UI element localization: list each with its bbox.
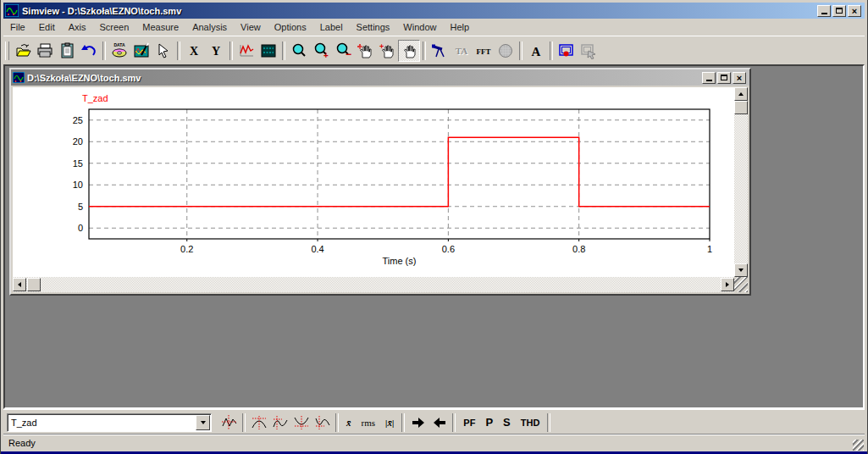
document-maximize-button[interactable]	[717, 72, 731, 84]
menu-screen[interactable]: Screen	[92, 20, 135, 34]
close-icon: ×	[852, 7, 857, 15]
toolbar-separator	[519, 42, 522, 60]
toolbar-separator	[335, 413, 339, 432]
real-power-button[interactable]: P	[480, 412, 498, 433]
menu-view[interactable]: View	[234, 20, 268, 34]
x-axis-label: X	[190, 45, 198, 58]
find-min-button[interactable]	[290, 412, 312, 433]
hand-move-icon	[357, 42, 373, 59]
find-max-button[interactable]	[248, 412, 269, 433]
screen-icon	[260, 42, 277, 59]
previous-point-button[interactable]	[428, 412, 450, 433]
vertical-scroll-thumb[interactable]	[734, 101, 748, 114]
next-point-button[interactable]	[407, 412, 428, 433]
measure-cursor-button[interactable]	[218, 412, 240, 433]
abs-mean-label: |x̄|	[385, 418, 394, 428]
find-next-max-button[interactable]	[269, 412, 290, 433]
menu-measure[interactable]: Measure	[135, 20, 185, 34]
apparent-power-button[interactable]: S	[498, 412, 516, 433]
menu-file[interactable]: File	[3, 20, 32, 34]
svg-text:0.6: 0.6	[442, 244, 455, 254]
min-icon	[293, 414, 310, 431]
document-title-bar[interactable]: D:\Szkoła\EZNO\toch.smv ×	[11, 69, 749, 86]
display-properties-button[interactable]	[130, 40, 152, 62]
menu-window[interactable]: Window	[396, 20, 443, 34]
measure-toolbar: T_zad	[3, 409, 865, 435]
menu-analysis[interactable]: Analysis	[185, 20, 234, 34]
zoom-in-button[interactable]: +	[310, 40, 332, 62]
pan-step-button[interactable]: +	[376, 40, 398, 62]
app-icon	[5, 4, 19, 17]
maximize-button[interactable]	[832, 5, 846, 17]
arrow-left-icon	[18, 282, 21, 287]
find-next-min-button[interactable]	[312, 412, 333, 433]
menu-label[interactable]: Label	[313, 20, 350, 34]
scroll-up-button[interactable]	[734, 87, 748, 101]
toolbar-separator	[242, 413, 246, 432]
mean-button[interactable]: x̄	[341, 412, 357, 433]
scroll-down-button[interactable]	[734, 263, 748, 277]
svg-text:T_zad: T_zad	[82, 93, 108, 103]
hand-plus-icon: +	[379, 42, 395, 59]
resize-grip[interactable]	[734, 277, 748, 292]
horizontal-scrollbar[interactable]	[13, 277, 734, 292]
fft-label: FFT	[477, 47, 491, 56]
toolbar-separator	[550, 42, 553, 60]
scroll-right-button[interactable]	[721, 278, 734, 291]
statusbar-resize-grip[interactable]	[853, 440, 864, 451]
zoom-button[interactable]	[288, 40, 310, 62]
menu-edit[interactable]: Edit	[32, 20, 62, 34]
horizontal-scroll-thumb[interactable]	[27, 278, 41, 291]
svg-text:DATA: DATA	[113, 42, 125, 47]
add-screen-button[interactable]	[257, 40, 279, 62]
simulation-data-button[interactable]: DATA	[108, 40, 130, 62]
magnifier-minus-icon: −	[334, 42, 351, 59]
menu-help[interactable]: Help	[443, 20, 476, 34]
plot-canvas[interactable]: 05101520250.20.40.60.81T_zadTime (s)	[13, 87, 734, 277]
undo-button[interactable]	[78, 40, 100, 62]
mdi-client-area: D:\Szkoła\EZNO\toch.smv × 05101520250.20…	[3, 64, 865, 409]
svg-text:15: 15	[73, 158, 83, 169]
abs-mean-button[interactable]: |x̄|	[380, 412, 399, 433]
svg-text:+: +	[323, 51, 329, 59]
copy-button[interactable]	[56, 40, 78, 62]
measure-label-icon: TA TA	[453, 42, 470, 59]
menu-settings[interactable]: Settings	[350, 20, 397, 34]
signal-select[interactable]: T_zad	[7, 413, 212, 432]
close-button[interactable]: ×	[848, 5, 861, 17]
fft-options-button-disabled	[495, 40, 517, 62]
max-icon	[251, 414, 268, 431]
main-toolbar: DATA X Y	[3, 36, 865, 65]
minimize-button[interactable]	[817, 5, 831, 17]
scroll-left-button[interactable]	[13, 278, 26, 291]
fft-button[interactable]: FFT	[473, 40, 495, 62]
svg-text:TA: TA	[456, 46, 468, 56]
y-axis-button[interactable]: Y	[205, 40, 227, 62]
x-axis-button[interactable]: X	[183, 40, 205, 62]
measure-button[interactable]	[428, 40, 451, 62]
pan-button[interactable]	[354, 40, 376, 62]
open-button[interactable]	[12, 40, 34, 62]
data-disc-icon: DATA	[111, 42, 128, 59]
close-icon: ×	[737, 74, 742, 82]
document-close-button[interactable]: ×	[733, 72, 746, 84]
title-bar[interactable]: Simview - D:\Szkoła\EZNO\toch.smv ×	[3, 3, 865, 19]
rms-button[interactable]: rms	[357, 412, 381, 433]
arrow-right-icon	[726, 282, 729, 287]
document-minimize-button[interactable]	[702, 72, 716, 84]
print-button[interactable]	[34, 40, 56, 62]
select-button[interactable]	[152, 40, 174, 62]
next-max-icon	[272, 414, 289, 431]
add-curve-button[interactable]	[235, 40, 257, 62]
svg-text:+: +	[379, 42, 384, 51]
text-label-button[interactable]: A	[525, 40, 547, 62]
hand-tool-button[interactable]	[398, 40, 420, 62]
menu-options[interactable]: Options	[268, 20, 313, 34]
snapshot-button[interactable]	[556, 40, 578, 62]
menu-axis[interactable]: Axis	[62, 20, 93, 34]
signal-select-dropdown-button[interactable]	[196, 415, 210, 430]
vertical-scrollbar[interactable]	[734, 87, 748, 277]
zoom-out-button[interactable]: −	[332, 40, 354, 62]
thd-button[interactable]: THD	[516, 412, 545, 433]
power-factor-button[interactable]: PF	[458, 412, 480, 433]
